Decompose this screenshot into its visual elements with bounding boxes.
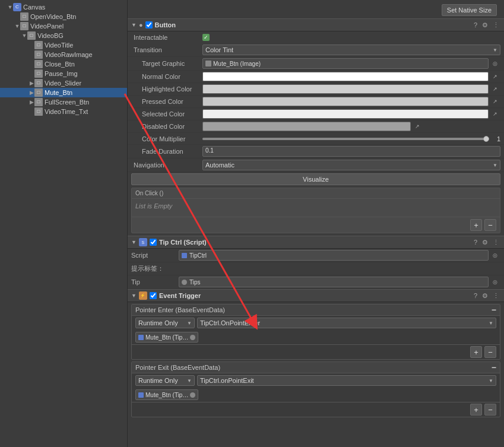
pointer-exit-remove-icon-btn[interactable]: −	[484, 404, 496, 416]
rect-icon: □	[34, 50, 43, 59]
tipctrl-section-header: ▼ S Tip Ctrl (Script) ? ⚙ ⋮	[128, 236, 504, 249]
section-collapse-arrow[interactable]: ▼	[131, 22, 137, 28]
visualize-button[interactable]: Visualize	[131, 173, 500, 185]
rect-icon: □	[34, 69, 43, 78]
enter-obj-pick-icon[interactable]	[190, 335, 195, 340]
slider-thumb[interactable]	[483, 136, 489, 142]
tip-box[interactable]: Tips	[179, 277, 489, 287]
enter-function-label: TipCtrl.OnPointEnter	[200, 319, 260, 326]
fade-duration-input[interactable]: 0.1	[202, 146, 500, 157]
eventtrigger-enabled-checkbox[interactable]	[150, 292, 157, 299]
pressed-color-pick-btn[interactable]: ↗	[490, 97, 500, 106]
selected-color-pick-btn[interactable]: ↗	[490, 109, 500, 119]
navigation-value: Automatic	[205, 161, 234, 169]
pointer-enter-obj-box[interactable]: Mute_Btn (Tip…	[135, 332, 198, 343]
normal-color-swatch[interactable]	[202, 72, 489, 81]
pointer-enter-add-btn[interactable]: +	[470, 346, 482, 358]
tree-item-videotimetxt[interactable]: □ VideoTime_Txt	[0, 107, 127, 116]
disabled-color-swatch[interactable]	[202, 122, 411, 131]
pointer-exit-label: Pointer Exit (BaseEventData)	[135, 364, 220, 371]
eventtrigger-collapse-arrow[interactable]: ▼	[131, 293, 137, 299]
tree-item-mutebtn[interactable]: ▶ □ Mute_Btn	[0, 88, 127, 97]
tree-item-canvas[interactable]: ▼ C Canvas	[0, 2, 127, 12]
eventtrigger-help-btn[interactable]: ?	[473, 292, 478, 300]
onclick-remove-button[interactable]: −	[484, 219, 496, 231]
exit-runtime-only-label: Runtime Only	[138, 377, 178, 384]
eventtrigger-menu-btn[interactable]: ⋮	[492, 292, 500, 300]
button-settings-btn[interactable]: ⚙	[481, 21, 489, 29]
pointer-exit-row: Runtime Only ▼ TipCtrl.onPointExit ▼	[132, 373, 500, 388]
button-section-title: Button	[155, 21, 473, 28]
pressed-color-swatch[interactable]	[202, 97, 489, 106]
pointer-exit-function-dropdown[interactable]: TipCtrl.onPointExit ▼	[197, 375, 496, 386]
pointer-exit-remove-btn[interactable]: −	[492, 363, 496, 372]
rect-icon: □	[34, 107, 43, 116]
set-native-size-button[interactable]: Set Native Size	[442, 4, 497, 16]
button-enabled-checkbox[interactable]	[145, 21, 153, 28]
fade-duration-value: 0.1	[205, 147, 214, 154]
navigation-label: Navigation	[131, 161, 202, 169]
onclick-section: On Click () List is Empty + −	[131, 188, 500, 233]
exit-obj-pick-icon[interactable]	[190, 392, 195, 398]
pointer-enter-runtime-dropdown[interactable]: Runtime Only ▼	[135, 318, 195, 328]
target-graphic-pick-btn[interactable]: ◎	[490, 59, 500, 68]
navigation-dropdown[interactable]: Automatic ▼	[202, 160, 500, 170]
exit-function-label: TipCtrl.onPointExit	[200, 377, 254, 384]
tree-item-openvideo[interactable]: □ OpenVideo_Btn	[0, 12, 127, 21]
transition-dropdown[interactable]: Color Tint ▼	[202, 45, 500, 55]
pointer-enter-remove-icon-btn[interactable]: −	[484, 346, 496, 358]
pointer-enter-section: Pointer Enter (BaseEventData) − Runtime …	[131, 304, 500, 360]
tree-item-videobg[interactable]: ▼ □ VideoBG	[0, 31, 127, 40]
button-section-header: ▼ ● Button ? ⚙ ⋮	[128, 18, 504, 31]
tree-item-videopanel[interactable]: ▼ □ VideoPanel	[0, 21, 127, 31]
target-graphic-value: Mute_Btn (Image)	[213, 61, 261, 67]
color-multiplier-row: Color Multiplier 1	[128, 133, 504, 145]
pointer-exit-obj-box[interactable]: Mute_Btn (Tip…	[135, 389, 198, 400]
script-pick-btn[interactable]: ◎	[490, 251, 500, 260]
button-menu-btn[interactable]: ⋮	[492, 21, 500, 29]
tipctrl-menu-btn[interactable]: ⋮	[492, 239, 500, 246]
selected-color-label: Selected Color	[131, 110, 202, 118]
disabled-color-pick-btn[interactable]: ↗	[412, 122, 423, 131]
fade-duration-label: Fade Duration	[131, 148, 202, 155]
highlighted-color-swatch[interactable]	[202, 84, 489, 94]
tipctrl-help-btn[interactable]: ?	[473, 239, 478, 246]
eventtrigger-settings-btn[interactable]: ⚙	[481, 292, 489, 300]
interactable-checkbox[interactable]: ✓	[202, 34, 210, 41]
pointer-exit-footer: + −	[132, 402, 500, 417]
script-box[interactable]: TipCtrl	[179, 250, 489, 261]
pointer-exit-add-btn[interactable]: +	[470, 404, 482, 416]
highlighted-color-pick-btn[interactable]: ↗	[490, 84, 500, 94]
tree-item-pauseimg[interactable]: □ Pause_Img	[0, 69, 127, 78]
tree-item-videorawimage[interactable]: □ VideoRawImage	[0, 50, 127, 59]
tree-item-videoslider[interactable]: ▶ □ Video_Slider	[0, 78, 127, 88]
tree-label: VideoTime_Txt	[45, 108, 88, 115]
pressed-color-label: Pressed Color	[131, 98, 202, 105]
pointer-exit-runtime-dropdown[interactable]: Runtime Only ▼	[135, 375, 195, 386]
tip-pick-btn[interactable]: ◎	[490, 277, 500, 287]
tipctrl-settings-btn[interactable]: ⚙	[481, 239, 489, 246]
enter-obj-icon	[138, 335, 144, 340]
transition-row: Transition Color Tint ▼	[128, 43, 504, 57]
normal-color-pick-btn[interactable]: ↗	[490, 72, 500, 81]
tree-item-closebtn[interactable]: □ Close_Btn	[0, 59, 127, 69]
button-help-btn[interactable]: ?	[473, 21, 478, 29]
pointer-enter-function-dropdown[interactable]: TipCtrl.OnPointEnter ▼	[197, 318, 496, 328]
tipctrl-enabled-checkbox[interactable]	[150, 239, 157, 246]
selected-color-swatch[interactable]	[202, 109, 489, 119]
tree-item-fullscreenbtn[interactable]: ▶ □ FullScreen_Btn	[0, 97, 127, 107]
pointer-enter-row: Runtime Only ▼ TipCtrl.OnPointEnter ▼	[132, 316, 500, 330]
script-label: Script	[131, 252, 179, 259]
color-multiplier-slider[interactable]	[202, 138, 486, 140]
tipctrl-section-title: Tip Ctrl (Script)	[159, 239, 473, 246]
tree-label: Pause_Img	[45, 70, 78, 77]
pointer-enter-remove-btn[interactable]: −	[492, 306, 496, 314]
tree-item-videotitle[interactable]: □ VideoTitle	[0, 40, 127, 50]
tree-label: VideoTitle	[45, 42, 73, 49]
target-graphic-box[interactable]: Mute_Btn (Image)	[202, 58, 489, 69]
onclick-add-button[interactable]: +	[470, 219, 482, 231]
exit-obj-label: Mute_Btn (Tip…	[145, 392, 188, 398]
tipctrl-collapse-arrow[interactable]: ▼	[131, 239, 137, 245]
selected-color-row: Selected Color ↗	[128, 108, 504, 121]
normal-color-label: Normal Color	[131, 73, 202, 80]
